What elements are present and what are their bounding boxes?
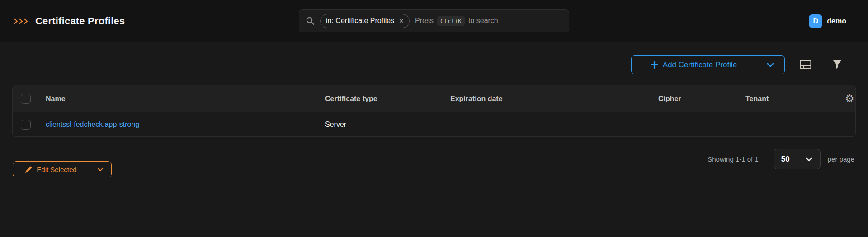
column-header-cipher[interactable]: Cipher (658, 95, 745, 103)
search-scope-chip[interactable]: in: Certificate Profiles ✕ (320, 14, 410, 28)
table-header-row: Name Certificate type Expiration date Ci… (13, 85, 855, 112)
select-all-cell (13, 94, 46, 104)
showing-count: Showing 1-1 of 1 (708, 155, 759, 163)
column-header-certificate-type[interactable]: Certificate type (325, 95, 450, 103)
gear-icon[interactable]: ⚙ (845, 93, 854, 104)
table-view-icon[interactable] (799, 58, 812, 71)
column-header-expiration-date[interactable]: Expiration date (450, 95, 658, 103)
page-size-value: 50 (781, 155, 790, 164)
brand: Certificate Profiles (13, 0, 125, 42)
certificate-profiles-table: Name Certificate type Expiration date Ci… (12, 85, 856, 137)
add-button-label: Add Certificate Profile (663, 60, 737, 70)
chevron-down-icon (767, 63, 774, 67)
row-checkbox[interactable] (21, 120, 31, 130)
user-name: demo (827, 17, 846, 25)
select-all-checkbox[interactable] (21, 94, 31, 104)
avatar[interactable]: D (809, 14, 822, 28)
search-scope-label: in: Certificate Profiles (326, 17, 394, 25)
column-settings-cell: ⚙ (845, 93, 855, 104)
add-button-dropdown-toggle[interactable] (756, 56, 784, 74)
cell-tenant: — (745, 121, 845, 129)
cell-expiration-date: — (450, 121, 658, 129)
filter-icon[interactable] (831, 58, 844, 71)
pencil-icon (25, 166, 33, 173)
page-title: Certificate Profiles (35, 15, 125, 27)
search-hint-suffix: to search (468, 17, 498, 25)
edit-selected-button[interactable]: Edit Selected (13, 162, 89, 177)
cell-cipher: — (658, 121, 745, 129)
pagination-divider (766, 154, 766, 164)
search-hint-prefix: Press (415, 17, 434, 25)
pagination: Showing 1-1 of 1 50 per page (708, 149, 854, 169)
search-icon (306, 16, 315, 25)
user-menu[interactable]: D demo (809, 0, 846, 42)
edit-button-label: Edit Selected (37, 166, 76, 173)
edit-selected-split-button: Edit Selected (13, 161, 112, 177)
edit-button-dropdown-toggle[interactable] (89, 162, 111, 177)
search-hint: Press Ctrl+K to search (415, 16, 498, 26)
column-header-name[interactable]: Name (46, 95, 325, 103)
chip-close-icon[interactable]: ✕ (399, 18, 404, 24)
page-size-select[interactable]: 50 (774, 149, 821, 169)
row-select-cell (13, 120, 46, 130)
chevron-down-icon (805, 157, 813, 162)
cell-certificate-type: Server (325, 121, 450, 129)
chevron-down-icon (97, 167, 104, 172)
add-certificate-profile-split-button: Add Certificate Profile (631, 55, 785, 74)
profile-name-link[interactable]: clientssl-fedcheck.app-strong (46, 121, 139, 128)
top-bar: Certificate Profiles in: Certificate Pro… (0, 0, 868, 42)
logo-icon (13, 17, 29, 26)
search-input[interactable]: in: Certificate Profiles ✕ Press Ctrl+K … (299, 9, 569, 32)
add-certificate-profile-button[interactable]: Add Certificate Profile (632, 56, 756, 74)
per-page-label: per page (828, 155, 854, 163)
table-row: clientssl-fedcheck.app-strong Server — —… (13, 112, 855, 136)
plus-icon (651, 61, 658, 69)
ctrl-k-kbd: Ctrl+K (437, 16, 465, 26)
column-header-tenant[interactable]: Tenant (745, 95, 845, 103)
